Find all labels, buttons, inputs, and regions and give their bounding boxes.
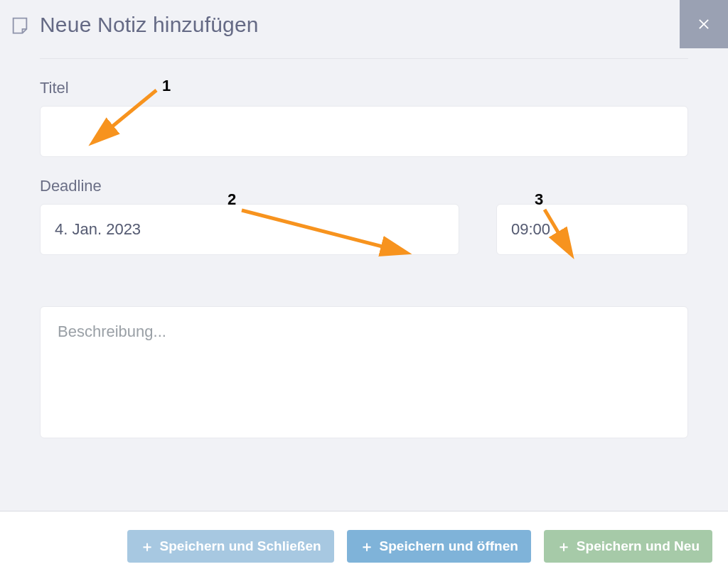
annotation-label-2: 2 [228,190,236,209]
plus-icon: ＋ [360,539,374,553]
save-new-button[interactable]: ＋ Speichern und Neu [544,530,712,563]
title-input[interactable] [40,106,688,157]
save-new-label: Speichern und Neu [577,538,700,554]
annotation-label-1: 1 [162,77,171,95]
save-open-label: Speichern und öffnen [380,538,518,554]
deadline-time-input[interactable] [496,204,688,255]
note-icon [10,15,30,35]
footer: ＋ Speichern und Schließen ＋ Speichern un… [0,519,728,574]
form: Titel Deadline . [0,59,728,441]
modal-header: Neue Notiz hinzufügen [0,0,728,37]
modal-panel: Neue Notiz hinzufügen Titel Deadline . 1 [0,0,728,511]
save-close-button[interactable]: ＋ Speichern und Schließen [127,530,334,563]
deadline-label: Deadline [40,177,459,195]
close-icon [696,16,712,32]
plus-icon: ＋ [557,539,571,553]
title-label: Titel [40,79,688,97]
save-open-button[interactable]: ＋ Speichern und öffnen [347,530,531,563]
save-close-label: Speichern und Schließen [160,538,321,554]
annotation-label-3: 3 [535,190,543,209]
deadline-date-input[interactable] [40,204,459,255]
plus-icon: ＋ [140,539,154,553]
description-textarea[interactable] [40,306,688,438]
close-button[interactable] [680,0,728,48]
modal-title: Neue Notiz hinzufügen [40,13,259,37]
